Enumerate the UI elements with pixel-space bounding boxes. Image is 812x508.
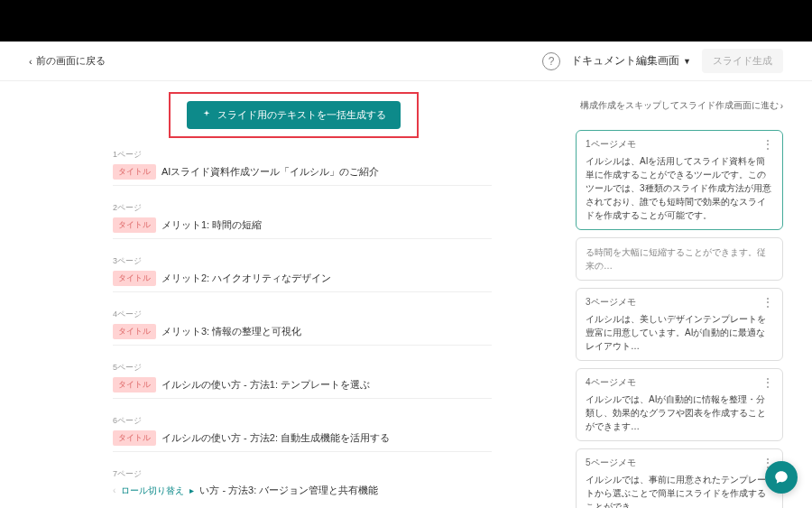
top-black-bar [0,0,812,42]
page-block[interactable]: 5ページ タイトル イルシルの使い方 - 方法1: テンプレートを選ぶ [113,362,492,399]
memo-body: イルシルは、AIを活用してスライド資料を簡単に作成することができるツールです。こ… [586,154,773,222]
memo-title: 4ページメモ [586,376,636,389]
memo-card[interactable]: る時間を大幅に短縮することができます。従来の… [576,237,783,281]
title-tag: タイトル [113,271,156,286]
title-tag: タイトル [113,430,156,446]
sparkle-icon [201,109,212,122]
memo-body: イルシルでは、事前に用意されたテンプレートから選ぶことで簡単にスライドを作成する… [586,473,773,508]
page-title: イルシルの使い方 - 方法1: テンプレートを選ぶ [161,378,370,392]
main: スライド用のテキストを一括生成する 1ページ タイトル AIスライド資料作成ツー… [0,81,812,508]
page-block[interactable]: 6ページ タイトル イルシルの使い方 - 方法2: 自動生成機能を活用する [113,415,492,452]
page-number: 2ページ [113,202,492,214]
page-number: 5ページ [113,362,492,374]
memo-card[interactable]: 5ページメモ ⋮ イルシルでは、事前に用意されたテンプレートから選ぶことで簡単に… [576,448,783,508]
view-dropdown[interactable]: ドキュメント編集画面 ▼ [571,53,691,69]
chevron-down-icon: ▼ [683,57,691,66]
back-label: 前の画面に戻る [36,54,106,68]
right-column: 構成作成をスキップしてスライド作成画面に進む › 1ページメモ ⋮ イルシルは、… [576,92,783,508]
page-number: 4ページ [113,309,492,320]
memo-body: イルシルは、美しいデザインテンプレートを豊富に用意しています。AIが自動的に最適… [586,312,773,353]
header-right: ? ドキュメント編集画面 ▼ スライド生成 [542,49,783,73]
memo-list: 1ページメモ ⋮ イルシルは、AIを活用してスライド資料を簡単に作成することがで… [576,130,783,508]
role-switch-button[interactable]: ロール切り替え [121,485,184,497]
memo-title: 3ページメモ [586,296,636,309]
page-block[interactable]: 2ページ タイトル メリット1: 時間の短縮 [113,202,492,239]
page-title: い方 - 方法3: バージョン管理と共有機能 [199,484,378,497]
role-switch-row: ‹ ロール切り替え ▸ い方 - 方法3: バージョン管理と共有機能 [113,484,492,497]
chevron-right-icon: › [780,101,783,111]
header: ‹ 前の画面に戻る ? ドキュメント編集画面 ▼ スライド生成 [0,42,812,81]
bulk-generate-button[interactable]: スライド用のテキストを一括生成する [187,101,401,129]
memo-card[interactable]: 1ページメモ ⋮ イルシルは、AIを活用してスライド資料を簡単に作成することがで… [576,130,783,230]
dropdown-label: ドキュメント編集画面 [571,53,679,69]
chevron-left-icon[interactable]: ‹ [113,485,115,495]
page-block[interactable]: 7ページ ‹ ロール切り替え ▸ い方 - 方法3: バージョン管理と共有機能 [113,468,492,497]
memo-body: イルシルでは、AIが自動的に情報を整理・分類し、効果的なグラフや図表を作成するこ… [586,393,773,433]
title-tag: タイトル [113,377,156,393]
memo-title: 1ページメモ [586,138,636,151]
page-title: AIスライド資料作成ツール「イルシル」のご紹介 [161,165,379,179]
cta-highlight-box: スライド用のテキストを一括生成する [169,92,419,138]
memo-body: る時間を大幅に短縮することができます。従来の… [586,245,773,272]
page-title: イルシルの使い方 - 方法2: 自動生成機能を活用する [161,431,390,445]
title-tag: タイトル [113,164,156,180]
memo-card[interactable]: 3ページメモ ⋮ イルシルは、美しいデザインテンプレートを豊富に用意しています。… [576,288,783,361]
chevron-left-icon: ‹ [29,56,32,67]
page-number: 1ページ [113,149,492,161]
page-number: 3ページ [113,255,492,267]
slide-generate-button[interactable]: スライド生成 [702,49,783,73]
page-block[interactable]: 4ページ タイトル メリット3: 情報の整理と可視化 [113,309,492,346]
more-icon[interactable]: ⋮ [762,297,773,308]
memo-title: 5ページメモ [586,457,636,469]
page-number: 7ページ [113,468,492,480]
help-icon[interactable]: ? [542,52,560,70]
more-icon[interactable]: ⋮ [762,139,773,150]
page-number: 6ページ [113,415,492,427]
page-title: メリット1: 時間の短縮 [161,218,262,232]
memo-card[interactable]: 4ページメモ ⋮ イルシルでは、AIが自動的に情報を整理・分類し、効果的なグラフ… [576,368,783,441]
title-tag: タイトル [113,324,156,339]
pages-list: 1ページ タイトル AIスライド資料作成ツール「イルシル」のご紹介 2ページ タ… [113,149,492,508]
page-block[interactable]: 1ページ タイトル AIスライド資料作成ツール「イルシル」のご紹介 [113,149,492,186]
back-link[interactable]: ‹ 前の画面に戻る [29,54,106,68]
chevron-right-icon[interactable]: ▸ [189,485,194,495]
chat-fab[interactable] [765,461,798,494]
page-title: メリット3: 情報の整理と可視化 [161,325,301,338]
page-title: メリット2: ハイクオリティなデザイン [161,272,331,285]
skip-label: 構成作成をスキップしてスライド作成画面に進む [580,99,779,112]
title-tag: タイトル [113,217,156,233]
cta-label: スライド用のテキストを一括生成する [217,108,386,122]
page-block[interactable]: 3ページ タイトル メリット2: ハイクオリティなデザイン [113,255,492,292]
left-column: スライド用のテキストを一括生成する 1ページ タイトル AIスライド資料作成ツー… [29,92,558,508]
more-icon[interactable]: ⋮ [762,377,773,388]
skip-link[interactable]: 構成作成をスキップしてスライド作成画面に進む › [576,99,783,112]
